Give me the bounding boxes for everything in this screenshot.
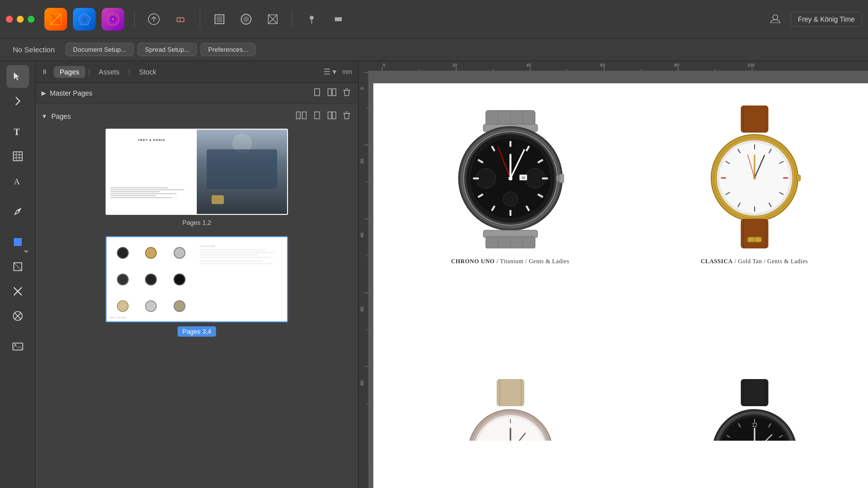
svg-text:28: 28: [521, 176, 525, 179]
tab-stock[interactable]: Stock: [133, 66, 162, 78]
designer-app-icon[interactable]: [73, 8, 96, 31]
pause-icon[interactable]: ⏸: [41, 68, 48, 75]
facing-page-icon[interactable]: [326, 87, 337, 100]
pen-tool-icon[interactable]: [6, 200, 29, 223]
page-thumb-1-2-container: FREY & KÖNIG: [41, 129, 352, 226]
add-facing-page-icon[interactable]: [326, 110, 337, 123]
svg-rect-47: [315, 112, 320, 119]
chrono-uno-caption: CHRONO UNO / Titanium / Gents & Ladies: [451, 258, 569, 265]
page-thumb-3-4[interactable]: FREY & KÖNIG COLLECTION: [106, 236, 288, 322]
classica-image: [681, 103, 829, 251]
publisher-app-icon[interactable]: [44, 8, 67, 31]
svg-rect-49: [332, 112, 336, 119]
watch-item-classica: CLASSICA / Gold Tan / Gents & Ladies: [642, 103, 867, 265]
table-tool-icon[interactable]: [6, 145, 29, 168]
svg-point-98: [503, 192, 518, 207]
ruler-vertical: 0 20 40 60 80: [359, 71, 368, 488]
svg-point-28: [18, 209, 20, 211]
svg-point-20: [773, 15, 778, 20]
svg-rect-107: [509, 210, 511, 216]
no-selection-label: No Selection: [6, 43, 62, 56]
placeholder-tool-icon[interactable]: [6, 255, 29, 278]
svg-rect-22: [13, 152, 22, 161]
circle-frame-button[interactable]: [235, 8, 257, 31]
document-setup-button[interactable]: Document Setup...: [66, 43, 134, 56]
font-tool-icon[interactable]: A: [6, 170, 29, 192]
upload-tool-button[interactable]: [143, 8, 165, 31]
node-tool-icon[interactable]: [6, 90, 29, 112]
svg-point-38: [14, 344, 16, 346]
svg-text:80: 80: [674, 63, 679, 68]
eraser-tool-button[interactable]: [169, 8, 192, 31]
list-menu-icon[interactable]: ☰ ▾: [324, 67, 336, 76]
svg-text:20: 20: [360, 159, 364, 164]
tab-assets[interactable]: Assets: [93, 66, 125, 78]
svg-text:T: T: [14, 127, 20, 137]
svg-rect-44: [296, 112, 300, 119]
image-tool-icon[interactable]: [6, 335, 29, 358]
left-tool-panel: T A: [0, 61, 36, 488]
svg-rect-110: [473, 177, 479, 179]
tab-separator-1: |: [88, 68, 90, 76]
pages-section: ▼ Pages: [36, 104, 358, 488]
bottom-right-image: 12: [686, 352, 824, 441]
single-page-icon[interactable]: [312, 87, 323, 100]
toolbar-separator-3: [292, 10, 292, 28]
pages-section-title: Pages: [51, 112, 295, 120]
pages-layout-icon[interactable]: [295, 110, 308, 123]
frame-tool-button[interactable]: [208, 8, 231, 31]
page-white: 28: [373, 83, 868, 488]
svg-rect-157: [497, 379, 524, 406]
profile-tool-button[interactable]: [764, 8, 787, 31]
canvas-area: 0 20 40 60 80 100: [359, 61, 868, 488]
close-button[interactable]: [6, 16, 13, 23]
preferences-button[interactable]: Preferences...: [201, 43, 255, 56]
bottom-left-image: [441, 352, 579, 441]
page-label-3-4: Pages 3,4: [178, 326, 217, 337]
svg-marker-4: [81, 16, 88, 23]
page-canvas: 28: [368, 71, 868, 488]
page-thumb-3-4-container: FREY & KÖNIG COLLECTION Pages 3,4: [41, 236, 352, 337]
svg-text:100: 100: [747, 63, 755, 68]
svg-text:60: 60: [360, 307, 364, 312]
spread-setup-button[interactable]: Spread Setup...: [138, 43, 197, 56]
classica-variant: / Gold Tan / Gents & Ladies: [734, 258, 808, 265]
page-thumb-1-2[interactable]: FREY & KÖNIG: [106, 129, 288, 215]
pin-tool-button[interactable]: [300, 8, 323, 31]
add-single-page-icon[interactable]: [312, 110, 323, 123]
chrono-uno-variant: / Titanium / Gents & Ladies: [497, 258, 570, 265]
circle-x-tool-icon[interactable]: [6, 305, 29, 327]
svg-rect-48: [328, 112, 331, 119]
minimize-button[interactable]: [17, 16, 24, 23]
svg-rect-29: [14, 238, 22, 246]
svg-point-148: [753, 176, 756, 179]
title-bar: Frey & König Time: [0, 0, 868, 38]
svg-rect-101: [509, 141, 511, 147]
svg-rect-12: [217, 16, 222, 22]
cross-tool-icon[interactable]: [6, 280, 29, 303]
master-delete-icon[interactable]: [341, 87, 352, 100]
master-pages-title: Master Pages: [50, 89, 312, 97]
maximize-button[interactable]: [28, 16, 35, 23]
shape-fill-icon[interactable]: [6, 231, 29, 253]
svg-rect-9: [177, 18, 184, 22]
svg-text:A: A: [14, 177, 20, 186]
master-pages-toggle[interactable]: ▶: [41, 90, 46, 97]
svg-rect-149: [796, 175, 800, 181]
toolbar2: No Selection Document Setup... Spread Se…: [0, 38, 868, 61]
pages-delete-icon[interactable]: [341, 110, 352, 123]
svg-text:20: 20: [452, 63, 457, 68]
svg-line-31: [14, 263, 22, 271]
toolbar-separator-2: [200, 10, 200, 28]
svg-text:0: 0: [360, 87, 364, 90]
text-tool-icon[interactable]: T: [6, 120, 29, 143]
photo-app-icon[interactable]: [102, 8, 124, 31]
rect-tool-button[interactable]: [327, 8, 350, 31]
select-tool-icon[interactable]: [6, 65, 29, 88]
x-frame-button[interactable]: [261, 8, 284, 31]
svg-rect-124: [741, 105, 768, 133]
tab-pages[interactable]: Pages: [54, 66, 85, 78]
pages-toggle[interactable]: ▼: [41, 113, 47, 120]
svg-rect-40: [328, 89, 331, 96]
window-buttons: [6, 16, 35, 23]
